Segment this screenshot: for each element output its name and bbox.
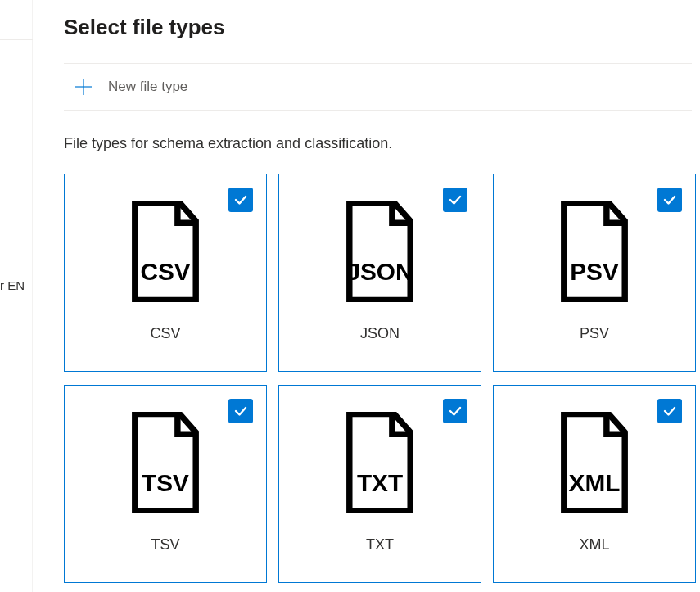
new-file-type-button[interactable]: New file type [64, 64, 692, 110]
svg-text:PSV: PSV [570, 258, 619, 285]
tile-label: JSON [360, 325, 400, 342]
svg-text:CSV: CSV [140, 258, 190, 285]
file-type-tile[interactable]: TSV TSV [64, 385, 267, 583]
tile-label: CSV [150, 325, 180, 342]
left-fragment-text: r EN [0, 278, 25, 292]
file-icon: XML [553, 412, 635, 513]
checkmark-icon[interactable] [443, 188, 467, 212]
checkmark-icon[interactable] [443, 399, 467, 423]
file-type-tile[interactable]: TXT TXT [278, 385, 481, 583]
file-type-grid: CSV CSV JSON JSON PSV PSV TSV TSV TXT TX… [64, 174, 692, 583]
file-icon: TSV [124, 412, 206, 513]
checkmark-icon[interactable] [228, 399, 253, 423]
file-icon: PSV [553, 201, 635, 302]
svg-text:JSON: JSON [346, 258, 413, 285]
file-type-tile[interactable]: JSON JSON [278, 174, 481, 372]
divider-bottom [64, 110, 692, 111]
file-icon: TXT [339, 412, 421, 513]
description-text: File types for schema extraction and cla… [64, 135, 692, 152]
checkmark-icon[interactable] [228, 188, 253, 212]
main-panel: Select file types New file type File typ… [64, 0, 700, 592]
checkmark-icon[interactable] [657, 399, 682, 423]
new-file-type-label: New file type [108, 79, 187, 95]
file-type-tile[interactable]: PSV PSV [493, 174, 696, 372]
tile-label: PSV [580, 325, 609, 342]
svg-text:TXT: TXT [357, 469, 403, 496]
file-type-tile[interactable]: CSV CSV [64, 174, 267, 372]
tile-label: TXT [366, 536, 394, 554]
svg-text:XML: XML [569, 469, 621, 496]
file-type-tile[interactable]: XML XML [493, 385, 696, 583]
tile-label: XML [579, 536, 609, 554]
svg-text:TSV: TSV [142, 469, 189, 496]
left-sidebar-edge: r EN [0, 0, 33, 592]
plus-icon [72, 75, 95, 98]
file-icon: JSON [339, 201, 421, 302]
page-title: Select file types [64, 15, 692, 40]
tile-label: TSV [151, 536, 179, 554]
checkmark-icon[interactable] [657, 188, 682, 212]
file-icon: CSV [124, 201, 206, 302]
